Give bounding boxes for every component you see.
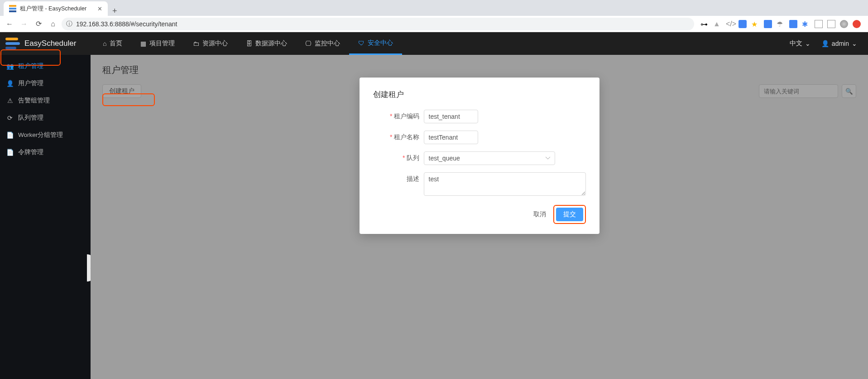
- translate-icon[interactable]: [764, 20, 772, 28]
- home-icon: ⌂: [103, 40, 106, 47]
- ext-icon[interactable]: ☂: [777, 20, 785, 28]
- nav-home[interactable]: ⌂首页: [94, 32, 131, 55]
- url-field[interactable]: ⓘ 192.168.33.6:8888/#/security/tenant: [62, 18, 694, 30]
- nav-back-icon[interactable]: ←: [4, 18, 15, 30]
- svg-rect-2: [9, 10, 16, 12]
- new-tab-button[interactable]: +: [108, 6, 122, 16]
- site-info-icon[interactable]: ⓘ: [66, 20, 72, 28]
- svg-rect-1: [9, 8, 16, 10]
- file-plus-icon: 📄: [6, 131, 14, 139]
- description-textarea[interactable]: [424, 172, 586, 196]
- ext-icon[interactable]: ✱: [802, 20, 810, 28]
- browser-tab[interactable]: 租户管理 - EasyScheduler ✕: [4, 1, 108, 16]
- app-body: 👥租户管理 👤用户管理 ⚠告警组管理 ⟳队列管理 📄Worker分组管理 📄令牌…: [0, 55, 868, 379]
- form-row-description: 描述: [373, 172, 586, 198]
- modal-overlay[interactable]: 创建租户 *租户编码 *租户名称 *队列 test_queue 描: [91, 55, 868, 379]
- cancel-button[interactable]: 取消: [533, 210, 546, 219]
- sidebar: 👥租户管理 👤用户管理 ⚠告警组管理 ⟳队列管理 📄Worker分组管理 📄令牌…: [0, 55, 91, 379]
- field-label: 租户编码: [394, 112, 419, 120]
- field-label: 租户名称: [394, 133, 419, 141]
- nav-security[interactable]: 🛡安全中心: [349, 32, 402, 55]
- shield-icon: 🛡: [358, 39, 364, 47]
- sidebar-item-label: 队列管理: [18, 114, 43, 122]
- nav-datasource[interactable]: 🗄数据源中心: [237, 32, 296, 55]
- url-text: 192.168.33.6:8888/#/security/tenant: [76, 20, 177, 28]
- sidebar-item-label: 租户管理: [18, 62, 43, 70]
- extension-icons: ⊶ ▲ </> ★ ☂ ✱: [697, 20, 864, 28]
- user-icon: 👤: [6, 80, 14, 87]
- tab-title: 租户管理 - EasyScheduler: [20, 5, 94, 13]
- tab-close-icon[interactable]: ✕: [97, 5, 102, 12]
- refresh-icon: ⟳: [6, 114, 14, 121]
- ext-icon[interactable]: [815, 20, 823, 28]
- warning-icon: ⚠: [6, 97, 14, 104]
- address-bar: ← → ⟳ ⌂ ⓘ 192.168.33.6:8888/#/security/t…: [0, 16, 868, 32]
- ext-icon[interactable]: [739, 20, 747, 28]
- sidebar-item-label: 告警组管理: [18, 97, 50, 105]
- sidebar-item-label: 用户管理: [18, 79, 43, 87]
- ext-icon[interactable]: [827, 20, 835, 28]
- tenant-name-input[interactable]: [424, 131, 478, 144]
- sidebar-item-token[interactable]: 📄令牌管理: [0, 144, 91, 161]
- sidebar-item-label: 令牌管理: [18, 148, 43, 156]
- nav-label: 项目管理: [149, 39, 175, 48]
- dialog-title: 创建租户: [373, 89, 586, 100]
- bookmark-star-icon[interactable]: ★: [751, 20, 759, 28]
- folder-icon: 🗀: [193, 40, 199, 47]
- user-menu[interactable]: 👤admin⌄: [821, 40, 857, 47]
- ext-icon[interactable]: [853, 20, 861, 28]
- nav-label: 数据源中心: [255, 39, 287, 48]
- nav-home-icon[interactable]: ⌂: [47, 18, 59, 30]
- required-mark: *: [403, 154, 405, 161]
- queue-select[interactable]: test_queue: [424, 151, 555, 165]
- tenant-code-input[interactable]: [424, 110, 478, 123]
- user-icon: 👤: [821, 40, 829, 47]
- nav-reload-icon[interactable]: ⟳: [33, 18, 44, 30]
- chevron-down-icon: ⌄: [805, 40, 810, 47]
- avatar-icon[interactable]: [840, 20, 848, 28]
- brand[interactable]: EasyScheduler: [5, 38, 94, 49]
- database-icon: 🗄: [246, 40, 252, 47]
- form-row-queue: *队列 test_queue: [373, 151, 586, 165]
- required-mark: *: [390, 133, 392, 141]
- lang-label: 中文: [790, 39, 802, 48]
- nav-forward-icon[interactable]: →: [18, 18, 30, 30]
- sidebar-item-worker[interactable]: 📄Worker分组管理: [0, 126, 91, 144]
- nav-resource[interactable]: 🗀资源中心: [184, 32, 237, 55]
- users-icon: 👥: [6, 63, 14, 70]
- ext-icon[interactable]: [789, 20, 797, 28]
- tab-favicon-icon: [9, 5, 16, 12]
- nav-label: 安全中心: [368, 39, 393, 47]
- sidebar-item-user[interactable]: 👤用户管理: [0, 75, 91, 92]
- monitor-icon: 🖵: [305, 40, 312, 47]
- svg-rect-3: [5, 38, 18, 40]
- sidebar-item-queue[interactable]: ⟳队列管理: [0, 109, 91, 126]
- sidebar-item-alarm[interactable]: ⚠告警组管理: [0, 92, 91, 109]
- app-topbar: EasyScheduler ⌂首页 ▦项目管理 🗀资源中心 🗄数据源中心 🖵监控…: [0, 32, 868, 55]
- svg-rect-5: [5, 47, 16, 49]
- lang-switch[interactable]: 中文⌄: [790, 39, 810, 48]
- app-root: EasyScheduler ⌂首页 ▦项目管理 🗀资源中心 🗄数据源中心 🖵监控…: [0, 32, 868, 379]
- main-content: 租户管理 创建租户 🔍 创建租户 *租户编码 *租户名称: [91, 55, 868, 379]
- dashboard-icon: ▦: [140, 40, 146, 47]
- sidebar-item-tenant[interactable]: 👥租户管理: [0, 58, 91, 75]
- svg-rect-4: [5, 42, 20, 45]
- devtools-icon[interactable]: </>: [726, 20, 734, 28]
- form-row-tenant-name: *租户名称: [373, 131, 586, 144]
- chevron-down-icon: ⌄: [852, 40, 857, 47]
- brand-logo-icon: [5, 38, 20, 49]
- document-icon: 📄: [6, 149, 14, 156]
- submit-button[interactable]: 提交: [556, 208, 583, 221]
- field-label: 描述: [407, 175, 419, 182]
- top-nav: ⌂首页 ▦项目管理 🗀资源中心 🗄数据源中心 🖵监控中心 🛡安全中心: [94, 32, 402, 55]
- form-row-tenant-code: *租户编码: [373, 110, 586, 123]
- nav-label: 首页: [110, 39, 122, 48]
- ext-icon[interactable]: ▲: [713, 20, 721, 28]
- key-icon[interactable]: ⊶: [700, 20, 709, 28]
- nav-project[interactable]: ▦项目管理: [131, 32, 184, 55]
- nav-label: 监控中心: [315, 39, 340, 48]
- nav-label: 资源中心: [202, 39, 228, 48]
- nav-monitor[interactable]: 🖵监控中心: [296, 32, 349, 55]
- sidebar-item-label: Worker分组管理: [18, 131, 63, 139]
- user-label: admin: [832, 40, 849, 47]
